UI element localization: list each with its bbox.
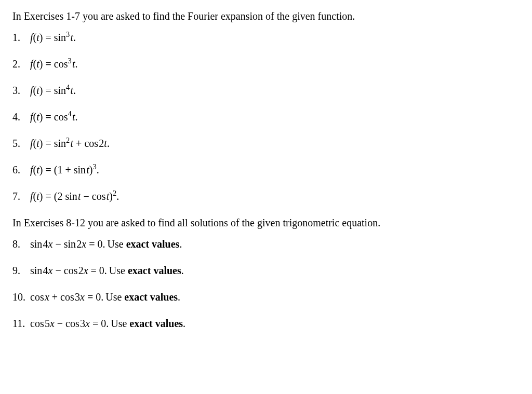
exponent: 4 [68,110,71,118]
fn-arg: t [36,58,39,70]
exercise-number: 3. [12,84,30,98]
arg: 4x [43,265,53,276]
exercise-7: 7. f(t) = (2 sin t − cos t)2. [12,189,520,203]
trig-fn: cos [92,191,106,202]
fn-name: f [30,191,33,202]
fn-arg: t [36,164,39,175]
instructions-1: In Exercises 1-7 you are asked to find t… [12,9,520,23]
var: t [72,111,75,123]
operator: − [52,265,63,276]
arg: 2t [99,138,107,149]
exercise-math: f(t) = sin4 t. [30,84,76,98]
trig-fn: cos [54,111,68,123]
var: t [72,58,75,70]
trig-fn: sin [64,238,76,250]
hint-bold: exact values [124,291,178,303]
instructions-2: In Exercises 8-12 you are asked to find … [12,216,520,230]
exercise-8: 8. sin 4x − sin 2x = 0. Use exact values… [12,237,520,251]
operator-minus: − [81,191,92,202]
operator: − [55,318,65,329]
hint: Use exact values. [105,290,180,304]
equals-zero: = 0. [86,238,105,250]
fn-arg: t [36,32,39,43]
exercise-5: 5. f(t) = sin2 t + cos 2t. [12,137,520,151]
arg: 4x [43,238,53,250]
exercise-math: sin 4x − cos 2x = 0. [30,264,107,278]
trig-fn: cos [30,291,44,303]
var: t [71,32,74,43]
arg: 2x [76,238,86,250]
hint-suffix: . [179,238,182,250]
hint: Use exact values. [108,237,182,251]
exercise-6: 6. f(t) = (1 + sin t)3. [12,163,520,177]
exercise-number: 4. [12,110,30,124]
var: t [71,85,74,96]
equals-zero: = 0. [85,291,103,303]
exercise-number: 11. [12,317,30,331]
fn-arg: t [36,138,39,149]
exponent: 3 [66,30,70,38]
exercise-10: 10. cos x + cos 3x = 0. Use exact values… [12,290,520,304]
exercise-number: 8. [12,237,30,251]
trig-fn: cos [64,265,78,276]
exercise-number: 7. [12,189,30,203]
paren-open: (2 [54,191,63,202]
arg: x [45,291,49,303]
exercise-math: f(t) = (2 sin t − cos t)2. [30,189,119,203]
fn-name: f [30,58,33,70]
hint-bold: exact values [126,238,180,250]
fn-name: f [30,32,33,43]
fn-name: f [30,85,33,96]
exercise-number: 2. [12,57,30,71]
operator-plus: + [73,138,84,149]
exercise-math: f(t) = cos4 t. [30,110,77,124]
exponent: 2 [66,136,70,144]
paren-close: ) [109,191,113,202]
exercise-number: 9. [12,264,30,278]
trig-fn: sin [30,238,42,250]
fn-name: f [30,111,33,123]
exponent: 2 [113,189,116,197]
hint-prefix: Use [108,238,126,250]
hint: Use exact values. [111,317,185,331]
trig-fn: sin [74,164,86,175]
trig-fn: sin [54,85,66,96]
trig-fn: cos [54,58,68,70]
operator: − [52,238,63,250]
hint-suffix: . [178,291,180,303]
exercise-number: 10. [12,290,30,304]
exercise-4: 4. f(t) = cos4 t. [12,110,520,124]
trig-fn: cos [30,318,44,329]
exercise-1: 1. f(t) = sin3 t. [12,31,520,45]
hint-bold: exact values [128,265,181,276]
exercise-math: f(t) = cos3 t. [30,57,77,71]
hint-prefix: Use [105,291,124,303]
exponent: 3 [68,57,71,65]
exercise-math: f(t) = (1 + sin t)3. [30,163,99,177]
hint-bold: exact values [129,318,183,329]
exercise-3: 3. f(t) = sin4 t. [12,84,520,98]
exercise-number: 1. [12,31,30,45]
fn-arg: t [36,85,39,96]
exercise-number: 6. [12,163,30,177]
exercise-math: cos x + cos 3x = 0. [30,290,103,304]
trig-fn: sin [54,138,66,149]
hint-prefix: Use [109,265,128,276]
fn-arg: t [36,191,39,202]
hint-suffix: . [183,318,185,329]
exercise-math: f(t) = sin2 t + cos 2t. [30,137,110,151]
exercise-math: cos 5x − cos 3x = 0. [30,317,109,331]
exercise-11: 11. cos 5x − cos 3x = 0. Use exact value… [12,317,520,331]
trig-fn: sin [65,191,77,202]
trig-fn: cos [84,138,98,149]
arg: 3x [80,318,90,329]
operator: + [49,291,60,303]
hint-suffix: . [181,265,184,276]
arg: 2x [78,265,88,276]
fn-arg: t [36,111,39,123]
exponent: 4 [66,83,70,91]
arg: 5x [45,318,55,329]
equals-zero: = 0. [88,265,107,276]
paren-close: ) [89,164,93,175]
equals-zero: = 0. [90,318,109,329]
